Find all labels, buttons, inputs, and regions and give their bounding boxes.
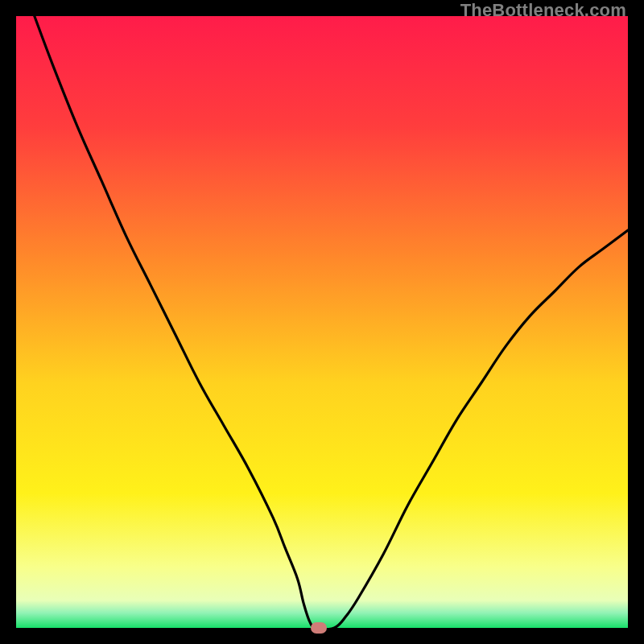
bottleneck-chart <box>16 16 628 628</box>
watermark-text: TheBottleneck.com <box>460 0 626 21</box>
optimal-point-marker <box>311 622 327 634</box>
chart-background-gradient <box>16 16 628 628</box>
